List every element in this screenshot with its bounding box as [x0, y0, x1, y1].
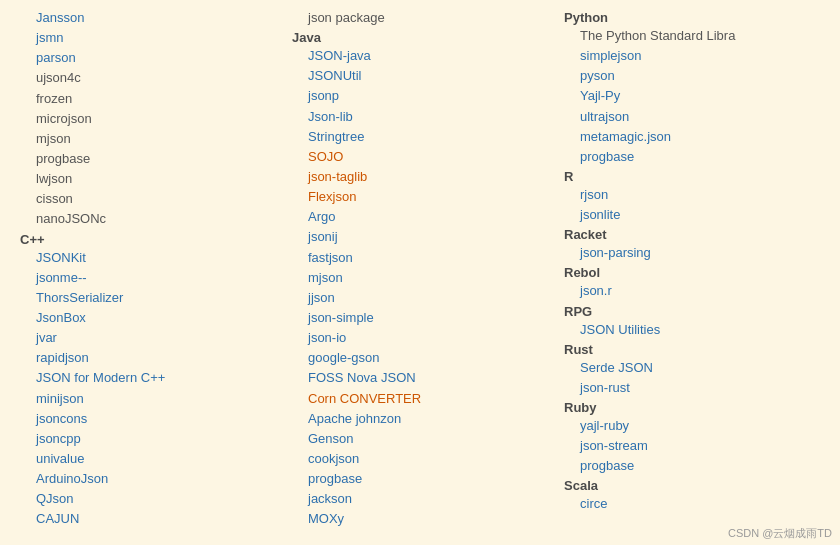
list-item[interactable]: MOXy [292, 509, 548, 529]
list-item[interactable]: JSONKit [20, 248, 276, 268]
list-item[interactable]: rapidjson [20, 348, 276, 368]
list-item[interactable]: mjson [20, 129, 276, 149]
list-item[interactable]: pyson [564, 66, 820, 86]
list-item[interactable]: jvar [20, 328, 276, 348]
list-item[interactable]: FOSS Nova JSON [292, 368, 548, 388]
column-3: PythonThe Python Standard Librasimplejso… [556, 8, 828, 537]
list-item[interactable]: The Python Standard Libra [564, 26, 820, 46]
list-item[interactable]: parson [20, 48, 276, 68]
list-item[interactable]: progbase [292, 469, 548, 489]
section-header-rust: Rust [564, 342, 820, 357]
list-item[interactable]: JSON-java [292, 46, 548, 66]
list-item[interactable]: lwjson [20, 169, 276, 189]
list-item[interactable]: Argo [292, 207, 548, 227]
list-item[interactable]: Serde JSON [564, 358, 820, 378]
list-item[interactable]: jjson [292, 288, 548, 308]
list-item[interactable]: metamagic.json [564, 127, 820, 147]
list-item[interactable]: JSON Utilities [564, 320, 820, 340]
list-item[interactable]: ujson4c [20, 68, 276, 88]
list-item[interactable]: minijson [20, 389, 276, 409]
list-item[interactable]: frozen [20, 89, 276, 109]
list-item[interactable]: jsonp [292, 86, 548, 106]
list-item[interactable]: json-taglib [292, 167, 548, 187]
list-item[interactable]: JSONUtil [292, 66, 548, 86]
list-item[interactable]: cisson [20, 189, 276, 209]
list-item[interactable]: nanoJSONc [20, 209, 276, 229]
list-item[interactable]: Corn CONVERTER [292, 389, 548, 409]
list-item[interactable]: Json-lib [292, 107, 548, 127]
list-item[interactable]: jsoncons [20, 409, 276, 429]
section-header-java: Java [292, 30, 548, 45]
section-header-ruby: Ruby [564, 400, 820, 415]
list-item[interactable]: jsonij [292, 227, 548, 247]
list-item[interactable]: ultrajson [564, 107, 820, 127]
section-header-scala: Scala [564, 478, 820, 493]
list-item[interactable]: SOJO [292, 147, 548, 167]
main-container: Janssonjsmnparsonujson4cfrozenmicrojsonm… [0, 0, 840, 545]
list-item[interactable]: progbase [20, 149, 276, 169]
list-item[interactable]: yajl-ruby [564, 416, 820, 436]
section-header-racket: Racket [564, 227, 820, 242]
column-2: json packageJavaJSON-javaJSONUtiljsonpJs… [284, 8, 556, 537]
list-item[interactable]: JsonBox [20, 308, 276, 328]
list-item[interactable]: json-parsing [564, 243, 820, 263]
list-item[interactable]: json.r [564, 281, 820, 301]
column-1: Janssonjsmnparsonujson4cfrozenmicrojsonm… [12, 8, 284, 537]
list-item[interactable]: univalue [20, 449, 276, 469]
list-item[interactable]: mjson [292, 268, 548, 288]
list-item[interactable]: json-stream [564, 436, 820, 456]
list-item[interactable]: microjson [20, 109, 276, 129]
list-item[interactable]: simplejson [564, 46, 820, 66]
list-item[interactable]: json-rust [564, 378, 820, 398]
section-header-r: R [564, 169, 820, 184]
list-item[interactable]: google-gson [292, 348, 548, 368]
list-item[interactable]: JSON for Modern C++ [20, 368, 276, 388]
list-item[interactable]: json-io [292, 328, 548, 348]
list-item[interactable]: CAJUN [20, 509, 276, 529]
watermark: CSDN @云烟成雨TD [728, 526, 832, 541]
list-item[interactable]: Yajl-Py [564, 86, 820, 106]
list-item[interactable]: circe [564, 494, 820, 514]
section-header-cplusplus: C++ [20, 232, 276, 247]
list-item[interactable]: jsonme-- [20, 268, 276, 288]
list-item[interactable]: rjson [564, 185, 820, 205]
list-item[interactable]: Genson [292, 429, 548, 449]
list-item[interactable]: json package [292, 8, 548, 28]
list-item[interactable]: cookjson [292, 449, 548, 469]
section-header-rebol: Rebol [564, 265, 820, 280]
list-item[interactable]: ThorsSerializer [20, 288, 276, 308]
list-item[interactable]: Flexjson [292, 187, 548, 207]
section-header-rpg: RPG [564, 304, 820, 319]
list-item[interactable]: jsmn [20, 28, 276, 48]
list-item[interactable]: Stringtree [292, 127, 548, 147]
list-item[interactable]: jsonlite [564, 205, 820, 225]
list-item[interactable]: Apache johnzon [292, 409, 548, 429]
section-header-python: Python [564, 10, 820, 25]
list-item[interactable]: Jansson [20, 8, 276, 28]
list-item[interactable]: progbase [564, 147, 820, 167]
list-item[interactable]: progbase [564, 456, 820, 476]
list-item[interactable]: jackson [292, 489, 548, 509]
list-item[interactable]: ArduinoJson [20, 469, 276, 489]
list-item[interactable]: jsoncpp [20, 429, 276, 449]
list-item[interactable]: json-simple [292, 308, 548, 328]
list-item[interactable]: QJson [20, 489, 276, 509]
list-item[interactable]: fastjson [292, 248, 548, 268]
